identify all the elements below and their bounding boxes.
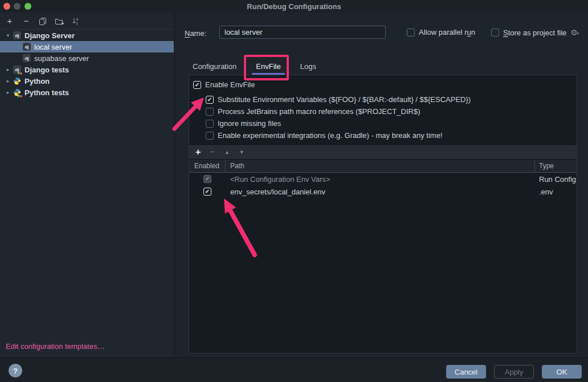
allow-parallel-run-checkbox[interactable]: ✓ xyxy=(407,29,415,36)
tree-item-supabase-server[interactable]: dj supabase server xyxy=(0,52,174,64)
django-icon: dj xyxy=(23,43,31,51)
tree-item-django-server[interactable]: ▾ dj Django Server xyxy=(0,30,174,41)
remove-env-file-icon[interactable]: − xyxy=(210,148,215,156)
row-enabled-checkbox[interactable]: ✓ xyxy=(203,188,211,196)
cancel-button[interactable]: Cancel xyxy=(446,365,486,379)
tab-configuration[interactable]: Configuration xyxy=(189,58,240,75)
sidebar-toolbar: + − a z xyxy=(0,13,174,30)
tree-item-python-tests[interactable]: ▸ Python tests xyxy=(0,87,174,98)
new-folder-icon[interactable] xyxy=(55,17,64,26)
experimental-integrations-option: ✓ Enable experimental integrations (e.g.… xyxy=(206,131,443,140)
configuration-tabs: Configuration EnvFile Logs xyxy=(189,58,332,75)
sort-alphabetically-icon[interactable]: a z xyxy=(71,17,80,26)
remove-configuration-icon[interactable]: − xyxy=(22,17,31,26)
dialog-title: Run/Debug Configurations xyxy=(0,2,588,11)
help-icon[interactable]: ? xyxy=(9,364,22,377)
svg-text:a: a xyxy=(76,17,79,21)
store-as-project-file-checkbox[interactable]: ✓ xyxy=(491,29,499,36)
move-down-icon[interactable]: ▼ xyxy=(239,149,244,155)
table-row-run-config-env-vars[interactable]: ✓ <Run Configuration Env Vars> Run Confi… xyxy=(189,173,577,185)
add-env-file-icon[interactable]: + xyxy=(195,147,201,157)
run-debug-configurations-dialog: Run/Debug Configurations + − xyxy=(0,0,588,382)
tree-item-local-server[interactable]: dj local server xyxy=(0,41,174,52)
chevron-down-icon[interactable]: ▾ xyxy=(3,32,13,38)
django-icon: dj xyxy=(13,31,21,39)
chevron-right-icon[interactable]: ▸ xyxy=(3,67,13,72)
table-row-env-secrets-file[interactable]: ✓ env_secrets/local_daniel.env .env xyxy=(189,185,577,198)
test-marks-icon xyxy=(18,94,22,97)
name-label: Name: xyxy=(185,29,206,38)
envfile-table-toolbar: + − ▲ ▼ xyxy=(189,144,577,160)
tree-item-python[interactable]: ▸ Python xyxy=(0,75,174,87)
allow-parallel-run-label: Allow parallel run xyxy=(419,28,475,36)
tab-envfile[interactable]: EnvFile xyxy=(252,58,284,75)
substitute-env-vars-option: ✓ Substitute Environment Variables (${FO… xyxy=(206,95,471,104)
ok-button[interactable]: OK xyxy=(542,365,582,379)
copy-configuration-icon[interactable] xyxy=(38,17,47,26)
tab-logs[interactable]: Logs xyxy=(296,58,320,75)
enable-envfile-checkbox[interactable]: ✓ xyxy=(193,81,201,89)
row-enabled-checkbox: ✓ xyxy=(203,175,211,183)
chevron-right-icon[interactable]: ▸ xyxy=(3,78,13,84)
store-as-project-file-option: ✓ Store as project file ⚙▾ xyxy=(491,28,579,37)
enable-envfile-option: ✓ Enable EnvFile xyxy=(193,80,255,89)
configurations-sidebar: + − a z xyxy=(0,13,174,357)
column-header-enabled[interactable]: Enabled xyxy=(189,160,226,172)
move-up-icon[interactable]: ▲ xyxy=(224,149,230,155)
substitute-env-vars-checkbox[interactable]: ✓ xyxy=(206,96,214,104)
ignore-missing-files-checkbox[interactable]: ✓ xyxy=(206,120,214,128)
gear-icon[interactable]: ⚙▾ xyxy=(570,28,579,37)
python-tests-icon xyxy=(13,88,21,96)
configuration-detail-pane: Name: ✓ Allow parallel run ✓ Store as pr… xyxy=(175,13,588,357)
django-tests-icon: dj xyxy=(13,66,21,74)
python-icon xyxy=(13,77,21,85)
column-header-type[interactable]: Type xyxy=(535,160,577,172)
envfile-table-header: Enabled Path Type xyxy=(189,160,577,173)
add-configuration-icon[interactable]: + xyxy=(5,17,14,26)
process-path-macro-checkbox[interactable]: ✓ xyxy=(206,108,214,116)
envfile-tab-panel: ✓ Enable EnvFile ✓ Substitute Environmen… xyxy=(189,75,577,353)
allow-parallel-run-option: ✓ Allow parallel run xyxy=(407,28,475,36)
svg-text:z: z xyxy=(76,21,78,25)
tree-item-django-tests[interactable]: ▸ dj Django tests xyxy=(0,64,174,75)
edit-configuration-templates-link[interactable]: Edit configuration templates… xyxy=(6,342,104,351)
name-input[interactable] xyxy=(219,26,386,39)
column-header-path[interactable]: Path xyxy=(226,160,535,172)
chevron-right-icon[interactable]: ▸ xyxy=(3,90,13,95)
apply-button[interactable]: Apply xyxy=(494,365,534,379)
test-marks-icon xyxy=(18,71,22,75)
django-icon: dj xyxy=(23,54,31,62)
process-path-macro-option: ✓ Process JetBrains path macro reference… xyxy=(206,107,420,116)
experimental-integrations-checkbox[interactable]: ✓ xyxy=(206,132,214,140)
ignore-missing-files-option: ✓ Ignore missing files xyxy=(206,119,281,128)
dialog-footer: ? Cancel Apply OK xyxy=(0,357,588,382)
title-bar: Run/Debug Configurations xyxy=(0,0,588,13)
store-as-project-file-label: Store as project file xyxy=(503,29,566,37)
